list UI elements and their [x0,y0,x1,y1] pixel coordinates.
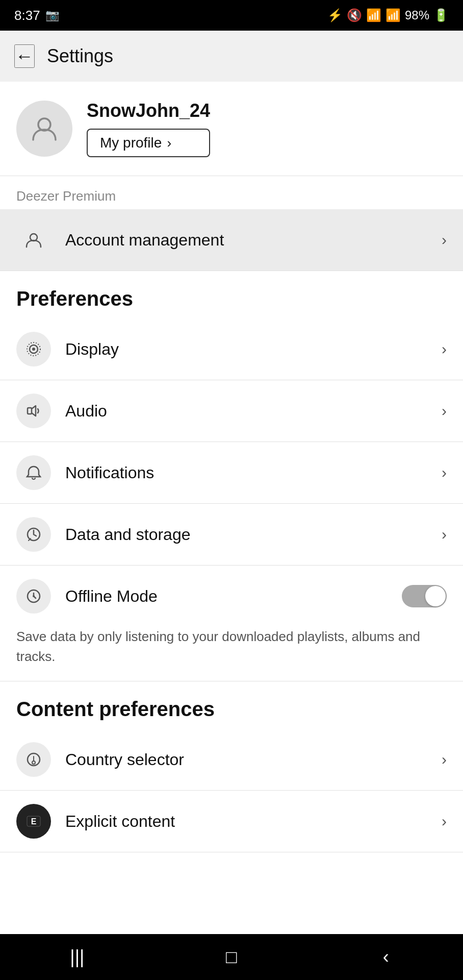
country-chevron-icon: › [442,751,447,768]
notifications-icon-wrap [16,455,51,490]
nav-home-button[interactable]: □ [211,937,252,977]
back-button[interactable]: ← [14,44,35,68]
my-profile-button[interactable]: My profile › [87,129,210,157]
audio-icon [24,402,43,420]
svg-rect-5 [28,408,32,414]
divider-explicit [0,852,463,852]
toggle-track [402,585,447,607]
user-avatar-icon [29,113,60,144]
nav-recents-button[interactable]: ||| [57,937,97,977]
bottom-nav: ||| □ ‹ [0,934,463,980]
my-profile-label: My profile [100,135,162,151]
explicit-icon-wrap: E [16,804,51,839]
country-icon-wrap [16,742,51,777]
country-selector-item[interactable]: Country selector › [0,729,463,790]
preferences-heading: Preferences [0,271,463,318]
toggle-thumb [425,586,446,606]
audio-icon-wrap [16,394,51,428]
account-management-label: Account management [65,231,442,250]
content-preferences-heading: Content preferences [0,681,463,729]
data-storage-chevron-icon: › [442,526,447,543]
wifi-icon: 📶 [366,8,381,22]
camera-icon: 📷 [45,9,59,22]
data-storage-item[interactable]: Data and storage › [0,504,463,565]
avatar [16,101,72,157]
back-nav-icon: ‹ [383,946,389,968]
explicit-content-label: Explicit content [65,812,442,831]
home-icon: □ [226,946,237,968]
status-time: 8:37 [14,8,40,23]
country-selector-label: Country selector [65,750,442,769]
signal-icon: 📶 [385,8,401,22]
display-item[interactable]: Display › [0,318,463,380]
recents-icon: ||| [70,946,84,968]
notifications-icon [24,463,43,482]
audio-label: Audio [65,402,442,421]
status-bar: 8:37 📷 ⚡ 🔇 📶 📶 98% 🔋 [0,0,463,31]
nav-back-button[interactable]: ‹ [366,937,406,977]
account-icon-wrap [16,223,51,257]
account-management-item[interactable]: Account management › [0,209,463,271]
audio-item[interactable]: Audio › [0,380,463,442]
notifications-chevron-icon: › [442,464,447,481]
notifications-item[interactable]: Notifications › [0,442,463,503]
offline-mode-item[interactable]: Offline Mode [0,566,463,627]
display-icon [24,340,43,358]
explicit-content-item[interactable]: E Explicit content › [0,791,463,852]
offline-mode-toggle[interactable] [402,585,447,607]
my-profile-chevron-icon: › [167,135,171,151]
status-bar-right: ⚡ 🔇 📶 📶 98% 🔋 [327,8,449,22]
data-storage-label: Data and storage [65,525,442,544]
profile-info: SnowJohn_24 My profile › [87,100,210,157]
deezer-premium-label: Deezer Premium [0,176,463,209]
mute-icon: 🔇 [347,8,362,22]
username-label: SnowJohn_24 [87,100,210,121]
bluetooth-icon: ⚡ [327,8,343,22]
svg-point-8 [33,595,35,597]
display-label: Display [65,340,442,359]
settings-content: SnowJohn_24 My profile › Deezer Premium … [0,82,463,934]
account-icon [24,231,43,249]
offline-mode-icon [24,587,43,605]
battery-icon: 🔋 [433,8,449,22]
explicit-icon: E [24,812,43,830]
svg-point-3 [32,348,35,351]
status-bar-left: 8:37 📷 [14,8,59,23]
data-storage-icon-wrap [16,517,51,552]
data-storage-icon [24,525,43,544]
offline-icon-wrap [16,579,51,614]
offline-mode-label: Offline Mode [65,587,402,606]
account-chevron-icon: › [442,231,447,249]
svg-text:E: E [31,817,37,826]
offline-description: Save data by only listening to your down… [0,627,463,681]
toolbar: ← Settings [0,31,463,82]
battery-label: 98% [405,8,429,22]
audio-chevron-icon: › [442,402,447,420]
explicit-chevron-icon: › [442,813,447,830]
profile-section: SnowJohn_24 My profile › [0,82,463,176]
notifications-label: Notifications [65,463,442,482]
page-title: Settings [47,45,113,67]
back-arrow-icon: ← [15,45,34,66]
country-icon [24,750,43,769]
display-icon-wrap [16,332,51,366]
display-chevron-icon: › [442,340,447,358]
